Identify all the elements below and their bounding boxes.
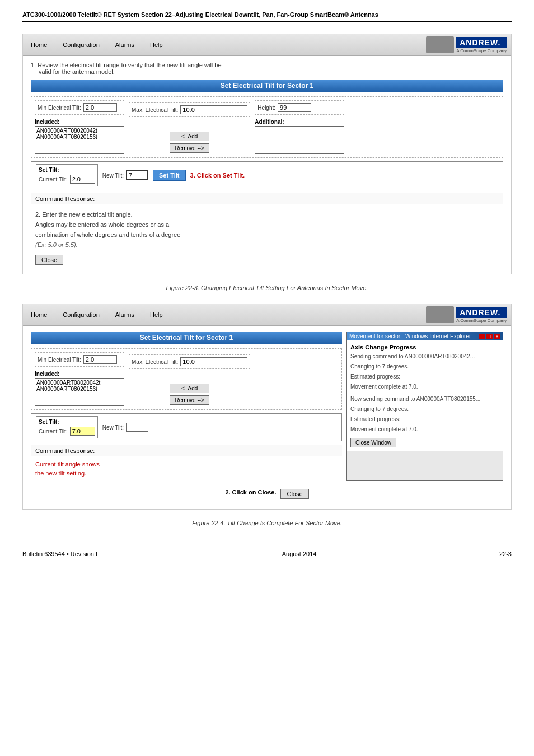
height-label: Height: (257, 105, 275, 111)
step2-line2: Angles may be entered as whole degrees o… (35, 221, 499, 228)
fig2-set-tilt-row: Set Tilt: Current Tilt: New Tilt: (31, 413, 342, 441)
fig2-command-response-label: Command Response: (35, 447, 95, 454)
fig2-step2-annotation: 2. Click on Close. (225, 489, 276, 496)
popup-section-title: Axis Change Progress (350, 344, 499, 351)
figure1-toolbar: Home Configuration Alarms Help ANDREW. A… (23, 34, 511, 56)
figure2-toolbar: Home Configuration Alarms Help ANDREW. A… (23, 304, 511, 326)
set-tilt-group: Set Tilt: Current Tilt: (36, 164, 98, 186)
list-item: AN00000ART08020156t (36, 386, 123, 392)
fig2-add-remove-col: <- Add Remove --> (170, 384, 209, 405)
andrew-logo: ANDREW. (456, 37, 507, 48)
home-btn[interactable]: Home (27, 40, 50, 49)
figure2-content: Set Electrical Tilt for Sector 1 Min Ele… (23, 326, 511, 509)
step2-ex: (Ex: 5.0 or 5.5). (35, 241, 499, 248)
page-footer: Bulletin 639544 • Revision L August 2014… (22, 547, 512, 557)
footer-center: August 2014 (282, 550, 317, 557)
fig2-included-list: AN000000ART08020042t AN00000ART08020156t (35, 378, 124, 406)
popup-close-x[interactable]: X (494, 334, 500, 339)
fig2-new-tilt-input[interactable] (126, 423, 148, 432)
popup-titlebar: Movement for sector - Windows Internet E… (347, 332, 503, 340)
min-tilt-label: Min Electrical Tilt: (38, 105, 81, 111)
fig2-min-tilt-label: Min Electrical Tilt: (38, 357, 81, 363)
figure2-container: Home Configuration Alarms Help ANDREW. A… (22, 304, 512, 510)
fig2-included-label: Included: (35, 371, 124, 377)
fig2-current-tilt-label: Current Tilt: (39, 428, 68, 435)
height-input[interactable] (278, 103, 311, 112)
close-window-btn[interactable]: Close Window (350, 438, 396, 447)
fig2-form-row: Min Electrical Tilt: Included: AN000000A… (31, 348, 342, 410)
configuration-btn-2[interactable]: Configuration (59, 310, 102, 319)
add-remove-col: <- Add Remove --> (170, 132, 209, 153)
max-tilt-input[interactable] (180, 105, 247, 114)
logo-area-2: ANDREW. A CommScope Company (426, 306, 507, 323)
fig2-popup: Movement for sector - Windows Internet E… (346, 332, 503, 481)
footer-right: 22-3 (499, 550, 512, 557)
set-tilt-group-label: Set Tilt: (39, 167, 95, 173)
fig2-min-tilt-input[interactable] (83, 355, 117, 364)
fig2-tilt-note: Current tilt angle shows the new tilt se… (31, 456, 342, 481)
current-tilt-label: Current Tilt: (39, 176, 68, 183)
help-btn[interactable]: Help (147, 40, 166, 49)
andrew-sub: A CommScope Company (456, 48, 507, 53)
fig2-remove-btn[interactable]: Remove --> (170, 395, 209, 405)
andrew-logo-2: ANDREW. (456, 307, 507, 318)
popup-line5: Now sending command to AN00000ART0802015… (350, 395, 499, 403)
popup-line7: Estimated progress: (350, 416, 499, 423)
fig1-step2-area: 2. Enter the new electrical tilt angle. … (31, 204, 503, 268)
step2-line3: combination of whole degrees and tenths … (35, 231, 499, 238)
fig1-section-title: Set Electrical Tilt for Sector 1 (31, 80, 503, 92)
remove-btn[interactable]: Remove --> (170, 143, 209, 153)
close-button-fig1[interactable]: Close (35, 255, 63, 265)
fig2-main: Set Electrical Tilt for Sector 1 Min Ele… (31, 332, 503, 481)
current-tilt-input[interactable] (70, 175, 95, 184)
popup-line3: Estimated progress: (350, 373, 499, 381)
fig1-form-row: Min Electrical Tilt: Included: AN00000AR… (31, 96, 503, 158)
fig2-add-btn[interactable]: <- Add (170, 384, 209, 393)
list-item: AN00000ART08020042t (36, 128, 123, 134)
figure1-caption: Figure 22-3. Changing Electrical Tilt Se… (22, 281, 512, 295)
fig2-min-tilt-group: Min Electrical Tilt: Included: AN000000A… (35, 352, 124, 406)
footer-left: Bulletin 639544 • Revision L (22, 550, 99, 557)
popup-minimize[interactable]: _ (479, 334, 485, 339)
set-tilt-button[interactable]: Set Tilt (153, 170, 185, 181)
included-label: Included: (35, 119, 124, 125)
popup-line1: Sending command to AN0000000ART08020042.… (350, 353, 499, 361)
popup-restore[interactable]: □ (486, 334, 493, 339)
popup-line2: Changing to 7 degrees. (350, 363, 499, 371)
popup-title: Movement for sector - Windows Internet E… (349, 333, 471, 339)
new-tilt-input[interactable] (126, 170, 148, 180)
min-tilt-input[interactable] (83, 103, 117, 112)
command-response-label: Command Response: (35, 195, 95, 202)
fig2-left: Set Electrical Tilt for Sector 1 Min Ele… (31, 332, 342, 481)
fig2-step2-row: 2. Click on Close. Close (31, 481, 503, 503)
fig2-current-tilt-input[interactable] (70, 427, 95, 436)
configuration-btn[interactable]: Configuration (59, 40, 102, 49)
fig2-max-tilt-input[interactable] (180, 357, 247, 366)
current-tilt-note1: Current tilt angle shows (35, 461, 338, 468)
close-button-fig2[interactable]: Close (280, 489, 308, 499)
signal-image-2 (426, 306, 454, 323)
help-btn-2[interactable]: Help (147, 310, 166, 319)
list-item: AN00000ART08020156t (36, 134, 123, 140)
fig2-max-tilt-label: Max. Electrical Tilt: (132, 359, 178, 365)
fig2-set-tilt-label: Set Tilt: (39, 419, 95, 425)
figure2-caption: Figure 22-4. Tilt Change Is Complete For… (22, 516, 512, 530)
add-btn[interactable]: <- Add (170, 132, 209, 141)
alarms-btn[interactable]: Alarms (112, 40, 138, 49)
max-tilt-label: Max. Electrical Tilt: (132, 107, 178, 113)
fig2-new-tilt-label: New Tilt: (102, 424, 124, 431)
popup-line6: Changing to 7 degrees. (350, 405, 499, 413)
alarms-btn-2[interactable]: Alarms (112, 310, 138, 319)
fig2-command-response: Command Response: (31, 445, 342, 456)
step2-line1: 2. Enter the new electrical tilt angle. (35, 211, 499, 218)
command-response-row: Command Response: (31, 193, 503, 204)
andrew-sub-2: A CommScope Company (456, 318, 507, 323)
page-header: ATC300-1000/2000 Teletilt® RET System Se… (22, 11, 512, 22)
logo-area: ANDREW. A CommScope Company (426, 36, 507, 53)
fig1-instruction1: 1. Review the electrical tilt range to v… (31, 62, 503, 75)
additional-label: Additional: (255, 119, 344, 125)
home-btn-2[interactable]: Home (27, 310, 50, 319)
new-tilt-label: New Tilt: (102, 172, 124, 179)
fig1-height-group: Height: Additional: (255, 100, 344, 154)
popup-line4: Movement complete at 7.0. (350, 383, 499, 391)
